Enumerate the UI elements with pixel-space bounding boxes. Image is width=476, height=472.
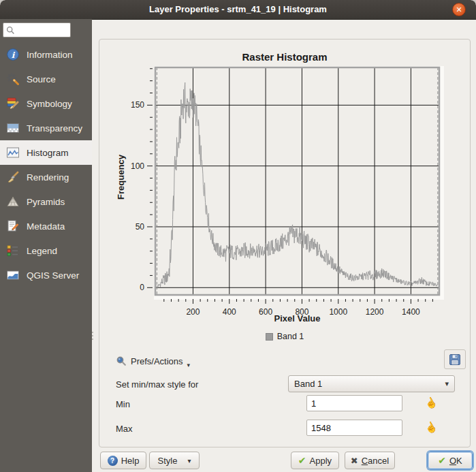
help-button-label: Help	[121, 456, 140, 466]
hand-pointer-icon: ☝	[422, 420, 439, 437]
plot-background	[155, 67, 439, 295]
hand-pointer-icon: ☝	[422, 395, 439, 412]
sidebar-item-rendering[interactable]: Rendering	[0, 165, 92, 189]
sidebar-item-label: Information	[27, 50, 73, 60]
apply-button[interactable]: ✔ Apply	[291, 452, 339, 469]
chevron-down-icon: ▾	[187, 457, 191, 465]
transparency-icon	[5, 121, 20, 136]
sidebar-item-label: Metadata	[27, 221, 65, 232]
ok-button[interactable]: ✔ OK	[428, 452, 473, 469]
legend-swatch	[266, 333, 273, 341]
set-minmax-label: Set min/max style for	[116, 379, 198, 390]
prefs-magnifier-icon	[116, 356, 127, 366]
search-input[interactable]	[17, 24, 72, 37]
pyramids-icon	[5, 194, 20, 209]
sidebar-item-transparency[interactable]: Transparency	[0, 116, 92, 140]
prefs-actions-button[interactable]: Prefs/Actions ▾	[116, 352, 190, 370]
save-icon	[449, 353, 461, 366]
symbology-icon	[5, 96, 20, 111]
qgis-server-icon	[5, 268, 20, 283]
sidebar-item-legend[interactable]: Legend	[0, 238, 92, 263]
sidebar-item-label: Pyramids	[27, 197, 65, 207]
sidebar-item-qgis-server[interactable]: QGIS Server	[0, 263, 92, 287]
min-input[interactable]	[306, 395, 402, 411]
y-tick-label: 0	[140, 283, 144, 292]
y-axis-title: Frequency	[116, 136, 127, 218]
sidebar-item-label: Histogram	[27, 148, 69, 158]
information-icon: i	[5, 47, 20, 62]
chevron-down-icon: ▾	[445, 379, 449, 388]
y-tick-label: 150	[131, 100, 144, 110]
legend-icon	[5, 243, 20, 258]
sidebar-item-metadata[interactable]: Metadata	[0, 214, 92, 238]
band-select-value: Band 1	[294, 379, 322, 389]
sidebar-item-label: Rendering	[27, 172, 69, 183]
x-axis-title: Pixel Value	[155, 313, 439, 324]
min-pick-button[interactable]: ☝	[422, 395, 439, 411]
sidebar-splitter-handle[interactable]	[91, 328, 94, 343]
y-tick-label: 100	[131, 161, 144, 171]
ok-button-label: OK	[449, 456, 462, 466]
sidebar-item-information[interactable]: i Information	[0, 42, 92, 67]
help-button[interactable]: ? Help	[100, 452, 146, 469]
sidebar-item-symbology[interactable]: Symbology	[0, 91, 92, 116]
histogram-plot[interactable]: 200400600800100012001400050100150	[99, 41, 471, 347]
metadata-icon	[5, 219, 20, 234]
style-button-label: Style	[158, 456, 178, 466]
sidebar-search	[3, 22, 71, 37]
style-button[interactable]: Style ▾	[149, 452, 200, 469]
histogram-icon	[5, 145, 20, 160]
sidebar-item-label: Symbology	[27, 99, 72, 109]
band-select[interactable]: Band 1 ▾	[288, 375, 455, 392]
max-label: Max	[116, 424, 133, 434]
min-label: Min	[116, 399, 130, 409]
sidebar-item-label: Legend	[27, 246, 57, 256]
cross-icon: ✖	[351, 456, 358, 466]
cancel-button[interactable]: ✖ Cancel	[345, 452, 395, 469]
prefs-actions-label: Prefs/Actions	[131, 356, 183, 366]
check-icon: ✔	[438, 455, 446, 466]
close-icon[interactable]: ✕	[452, 3, 466, 16]
sidebar-item-label: Source	[27, 74, 56, 84]
sidebar-item-source[interactable]: Source	[0, 67, 92, 91]
max-pick-button[interactable]: ☝	[422, 420, 439, 436]
source-icon	[5, 72, 20, 86]
rendering-icon	[5, 170, 20, 185]
sidebar: i Information Source Symbology Transpare…	[0, 19, 92, 472]
y-tick-label: 50	[136, 222, 145, 232]
window-title: Layer Properties - srtm_41_19 | Histogra…	[0, 0, 476, 19]
legend-label: Band 1	[277, 332, 304, 341]
apply-button-label: Apply	[310, 456, 332, 466]
sidebar-nav: i Information Source Symbology Transpare…	[0, 42, 92, 287]
chart-legend: Band 1	[99, 332, 471, 341]
check-icon: ✔	[298, 455, 306, 466]
max-input[interactable]	[306, 420, 402, 436]
save-button[interactable]	[444, 349, 466, 369]
titlebar: Layer Properties - srtm_41_19 | Histogra…	[0, 0, 476, 20]
sidebar-item-histogram[interactable]: Histogram	[0, 140, 92, 165]
sidebar-item-pyramids[interactable]: Pyramids	[0, 189, 92, 214]
search-icon	[6, 26, 15, 35]
sidebar-item-label: Transparency	[27, 123, 82, 133]
help-icon: ?	[108, 456, 118, 466]
layer-properties-dialog: Layer Properties - srtm_41_19 | Histogra…	[0, 0, 476, 472]
cancel-button-label: Cancel	[362, 456, 389, 466]
menu-caret-icon: ▾	[187, 362, 191, 368]
sidebar-item-label: QGIS Server	[27, 270, 79, 281]
